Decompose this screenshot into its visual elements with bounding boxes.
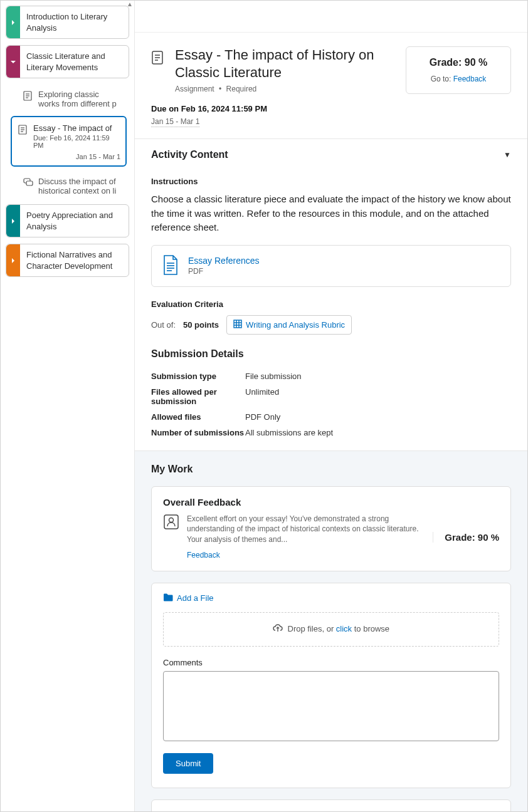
dropzone-prefix: Drop files, or	[288, 624, 336, 633]
assignment-required: Required	[226, 85, 257, 93]
overall-feedback-card: Overall Feedback Excellent effort on you…	[151, 486, 511, 571]
availability-dates: Jan 15 - Mar 1	[151, 117, 199, 127]
attachment-essay-references[interactable]: Essay References PDF	[151, 245, 511, 287]
module-label: Fictional Narratives and Character Devel…	[20, 244, 129, 276]
upload-card: Add a File Drop files, or click to brows…	[151, 583, 511, 788]
due-date: Due on Feb 16, 2024 11:59 PM	[151, 104, 511, 113]
file-dropzone[interactable]: Drop files, or click to browse	[163, 612, 499, 647]
scroll-up-icon[interactable]: ▲	[125, 1, 134, 9]
instructions-label: Instructions	[151, 177, 511, 186]
comments-label: Comments	[163, 658, 499, 667]
svg-marker-0	[12, 20, 14, 25]
module-label: Introduction to Literary Analysis	[20, 6, 129, 38]
subitem-due: Due: Feb 16, 2024 11:59 PM	[33, 134, 120, 149]
svg-rect-22	[234, 320, 241, 328]
add-file-label: Add a File	[177, 593, 214, 603]
submission-details-table: Submission typeFile submission Files all…	[151, 368, 511, 440]
subitem-line1: Exploring classic	[38, 90, 117, 99]
table-row: Files allowed per submissionUnlimited	[151, 384, 511, 409]
expand-icon	[6, 205, 20, 237]
chevron-right-icon: ▷	[492, 809, 499, 811]
subitem-line1: Discuss the impact of	[38, 177, 116, 186]
table-row: Allowed filesPDF Only	[151, 409, 511, 425]
upload-icon	[273, 624, 283, 635]
pdf-icon	[162, 254, 179, 278]
expand-icon	[6, 6, 20, 38]
outof-value: 50 points	[183, 320, 219, 330]
attachment-title: Essay References	[188, 256, 260, 266]
document-icon	[23, 90, 33, 108]
activity-content-heading: Activity Content	[151, 149, 228, 160]
due-info: Due on Feb 16, 2024 11:59 PM Jan 15 - Ma…	[135, 104, 527, 138]
rubric-icon	[233, 320, 242, 330]
assignment-type: Assignment	[175, 85, 214, 93]
module-intro-literary-analysis[interactable]: Introduction to Literary Analysis	[6, 6, 129, 39]
instructions-text: Choose a classic literature piece and ev…	[151, 192, 511, 235]
module-fictional-narratives[interactable]: Fictional Narratives and Character Devel…	[6, 244, 129, 277]
grade-value: Grade: 90 %	[419, 57, 498, 68]
chevron-down-icon: ▼	[504, 150, 511, 159]
rubric-button[interactable]: Writing and Analysis Rubric	[226, 315, 352, 335]
goto-label: Go to:	[431, 75, 451, 83]
attachment-type: PDF	[188, 267, 260, 276]
comments-textarea[interactable]	[163, 671, 499, 741]
grade-card: Grade: 90 % Go to: Feedback	[406, 46, 511, 94]
add-file-button[interactable]: Add a File	[163, 593, 214, 603]
overall-feedback-heading: Overall Feedback	[163, 497, 499, 508]
module-label: Poetry Appreciation and Analysis	[20, 205, 129, 237]
subitem-discuss-impact[interactable]: Discuss the impact of historical context…	[8, 172, 129, 200]
collapse-icon	[6, 46, 20, 78]
document-icon	[18, 123, 28, 160]
assignment-meta: Assignment • Required	[175, 85, 397, 93]
submission-title: Submission 1	[163, 809, 224, 811]
svg-marker-13	[12, 258, 14, 263]
feedback-link[interactable]: Feedback	[453, 75, 487, 83]
table-row: Submission typeFile submission	[151, 368, 511, 384]
dropzone-suffix: to browse	[352, 624, 389, 633]
main-content: Essay - The impact of History on Classic…	[135, 1, 527, 811]
subitem-line2: historical context on li	[38, 186, 116, 195]
feedback-icon	[163, 514, 179, 532]
outof-label: Out of:	[151, 320, 176, 330]
expand-icon	[6, 244, 20, 276]
course-nav-sidebar: ▲ Introduction to Literary Analysis Clas…	[1, 1, 135, 811]
subitem-exploring-classic[interactable]: Exploring classic works from different p	[8, 85, 129, 113]
assignment-header: Essay - The impact of History on Classic…	[135, 32, 527, 104]
subitem-line1: Essay - The impact of	[33, 123, 120, 133]
svg-marker-12	[12, 219, 14, 224]
submission-1-card[interactable]: Submission 1 ▷ Evaluated Submitted On: F…	[151, 799, 511, 811]
subitem-dates: Jan 15 - Mar 1	[33, 153, 120, 160]
discussion-icon	[23, 177, 33, 195]
module-classic-literature[interactable]: Classic Literature and Literary Movement…	[6, 45, 129, 78]
module-label: Classic Literature and Literary Movement…	[20, 46, 129, 78]
folder-icon	[163, 593, 173, 603]
my-work-section: My Work Overall Feedback Excellent effor…	[135, 450, 527, 812]
instructions-section: Instructions Choose a classic literature…	[135, 167, 527, 450]
submit-button[interactable]: Submit	[163, 753, 213, 774]
dropzone-click: click	[336, 624, 352, 633]
submission-details-heading: Submission Details	[151, 348, 511, 360]
activity-content-toggle[interactable]: Activity Content ▼	[135, 139, 527, 167]
feedback-link[interactable]: Feedback	[187, 550, 425, 561]
my-work-heading: My Work	[151, 464, 511, 475]
assignment-icon	[151, 46, 166, 67]
feedback-grade: Grade: 90 %	[433, 532, 499, 543]
table-row: Number of submissionsAll submissions are…	[151, 425, 511, 440]
module-subitems: Exploring classic works from different p…	[6, 85, 129, 204]
rubric-label: Writing and Analysis Rubric	[246, 320, 345, 330]
subitem-essay-impact-history[interactable]: Essay - The impact of Due: Feb 16, 2024 …	[11, 116, 127, 167]
evaluation-criteria-label: Evaluation Criteria	[151, 299, 511, 309]
feedback-text: Excellent effort on your essay! You've d…	[187, 514, 419, 544]
subitem-line2: works from different p	[38, 99, 117, 108]
assignment-title: Essay - The impact of History on Classic…	[175, 46, 397, 81]
svg-point-28	[169, 518, 174, 522]
module-poetry[interactable]: Poetry Appreciation and Analysis	[6, 204, 129, 237]
svg-rect-11	[26, 181, 33, 185]
svg-marker-1	[11, 61, 16, 63]
